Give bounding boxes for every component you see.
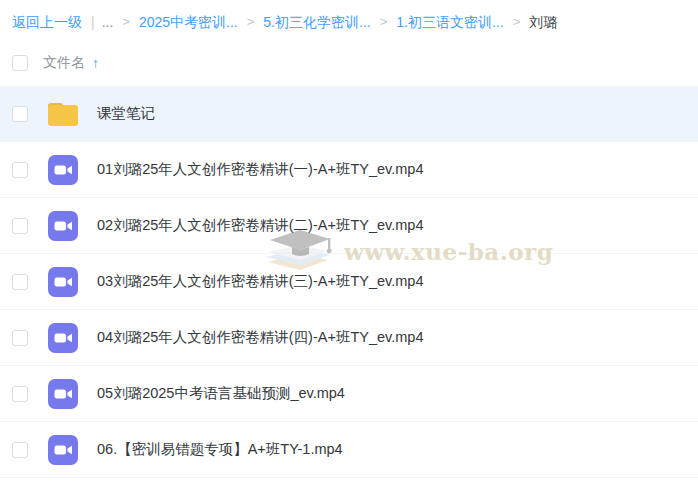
file-list-header: 文件名 ↑ [0, 40, 698, 86]
row-checkbox[interactable] [12, 274, 28, 290]
row-checkbox[interactable] [12, 442, 28, 458]
video-file-icon [48, 155, 78, 185]
file-row[interactable]: 02刘璐25年人文创作密卷精讲(二)-A+班TY_ev.mp4 [0, 198, 698, 254]
file-type-icon-wrap [45, 97, 81, 131]
file-type-icon-wrap [45, 433, 81, 467]
file-name[interactable]: 01刘璐25年人文创作密卷精讲(一)-A+班TY_ev.mp4 [97, 160, 423, 179]
file-name[interactable]: 课堂笔记 [97, 104, 155, 123]
file-type-icon-wrap [45, 153, 81, 187]
breadcrumb-collapsed-ellipsis[interactable]: ... [102, 13, 114, 31]
row-checkbox[interactable] [12, 386, 28, 402]
breadcrumb-link[interactable]: 2025中考密训... [139, 13, 238, 31]
file-row[interactable]: 03刘璐25年人文创作密卷精讲(三)-A+班TY_ev.mp4 [0, 254, 698, 310]
file-row[interactable]: 05刘璐2025中考语言基础预测_ev.mp4 [0, 366, 698, 422]
breadcrumb-items: >2025中考密训...>5.初三化学密训...>1.初三语文密训...>刘璐 [113, 13, 557, 31]
file-name[interactable]: 06.【密训易错题专项】A+班TY-1.mp4 [97, 440, 343, 459]
file-list: 课堂笔记 01刘璐25年人文创作密卷精讲(一)-A+班TY_ev.mp4 [0, 86, 698, 478]
row-checkbox[interactable] [12, 330, 28, 346]
video-file-icon [48, 379, 78, 409]
row-checkbox[interactable] [12, 218, 28, 234]
file-row[interactable]: 06.【密训易错题专项】A+班TY-1.mp4 [0, 422, 698, 478]
video-file-icon [48, 267, 78, 297]
file-type-icon-wrap [45, 209, 81, 243]
breadcrumb-separator: > [122, 13, 130, 31]
row-checkbox[interactable] [12, 162, 28, 178]
filename-column-header[interactable]: 文件名 [43, 54, 85, 72]
file-row[interactable]: 04刘璐25年人文创作密卷精讲(四)-A+班TY_ev.mp4 [0, 310, 698, 366]
select-all-checkbox[interactable] [12, 55, 28, 71]
breadcrumb-separator: > [513, 13, 521, 31]
file-manager-page: 返回上一级 | ... >2025中考密训...>5.初三化学密训...>1.初… [0, 0, 698, 481]
breadcrumb: 返回上一级 | ... >2025中考密训...>5.初三化学密训...>1.初… [0, 0, 698, 40]
folder-icon [46, 99, 80, 129]
file-name[interactable]: 04刘璐25年人文创作密卷精讲(四)-A+班TY_ev.mp4 [97, 328, 423, 347]
video-file-icon [48, 435, 78, 465]
row-checkbox[interactable] [12, 106, 28, 122]
file-name[interactable]: 05刘璐2025中考语言基础预测_ev.mp4 [97, 384, 345, 403]
file-type-icon-wrap [45, 377, 81, 411]
file-type-icon-wrap [45, 265, 81, 299]
breadcrumb-separator: > [380, 13, 388, 31]
breadcrumb-separator: > [247, 13, 255, 31]
breadcrumb-current: 刘璐 [529, 13, 557, 31]
file-name[interactable]: 03刘璐25年人文创作密卷精讲(三)-A+班TY_ev.mp4 [97, 272, 423, 291]
video-file-icon [48, 211, 78, 241]
breadcrumb-link[interactable]: 1.初三语文密训... [396, 13, 503, 31]
file-row[interactable]: 课堂笔记 [0, 86, 698, 142]
video-file-icon [48, 323, 78, 353]
file-type-icon-wrap [45, 321, 81, 355]
file-row[interactable]: 01刘璐25年人文创作密卷精讲(一)-A+班TY_ev.mp4 [0, 142, 698, 198]
file-name[interactable]: 02刘璐25年人文创作密卷精讲(二)-A+班TY_ev.mp4 [97, 216, 423, 235]
breadcrumb-pipe-divider: | [91, 13, 95, 31]
sort-ascending-icon[interactable]: ↑ [92, 55, 99, 71]
breadcrumb-link[interactable]: 5.初三化学密训... [263, 13, 370, 31]
back-to-parent-link[interactable]: 返回上一级 [12, 13, 82, 31]
